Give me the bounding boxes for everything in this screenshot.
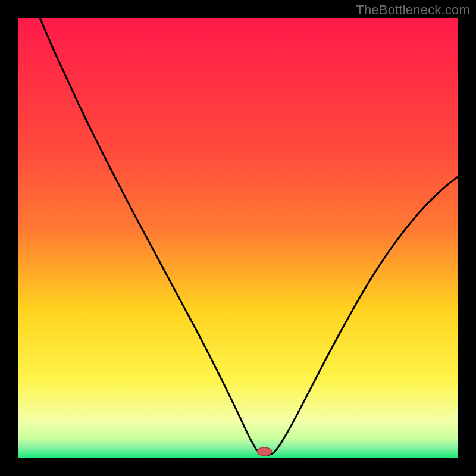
plot-area <box>18 18 458 458</box>
optimal-point-marker <box>257 447 271 456</box>
svg-rect-0 <box>18 18 458 458</box>
bottleneck-curve-chart <box>18 18 458 458</box>
chart-frame: TheBottleneck.com <box>0 0 476 476</box>
watermark-text: TheBottleneck.com <box>356 2 470 18</box>
